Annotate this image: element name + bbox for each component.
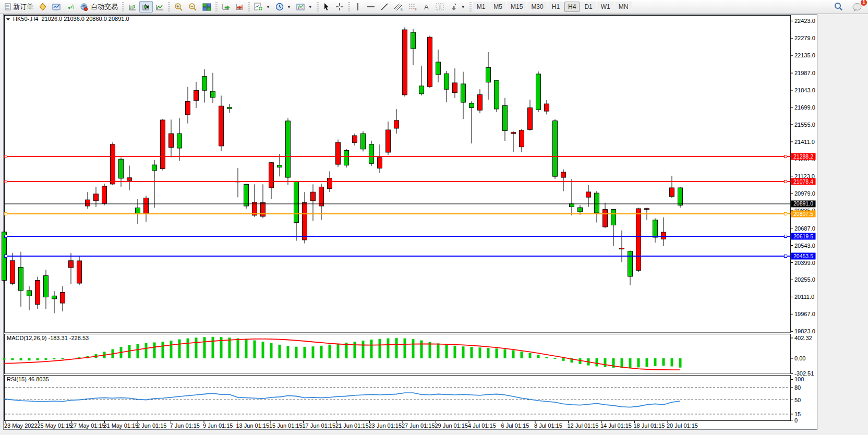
svg-text:100: 100	[794, 376, 804, 382]
arrows-button[interactable]: ▼	[447, 1, 468, 13]
svg-text:20111.0: 20111.0	[794, 294, 814, 300]
vertical-line-button[interactable]	[352, 1, 364, 13]
equidistant-channel-button[interactable]: E	[391, 1, 406, 13]
dropdown-arrow-icon: ▼	[461, 5, 465, 9]
svg-text:23 Jun 01:15: 23 Jun 01:15	[369, 422, 402, 429]
candlestick-chart-button[interactable]	[139, 1, 153, 13]
text-button[interactable]: A	[420, 1, 433, 13]
svg-text:50: 50	[794, 397, 801, 403]
timeframe-button-mn[interactable]: MN	[615, 2, 632, 12]
svg-text:0: 0	[794, 417, 798, 424]
text-label-button[interactable]: T	[433, 1, 447, 13]
svg-text:31 May 01:15: 31 May 01:15	[104, 422, 139, 429]
timeframe-button-w1[interactable]: W1	[597, 2, 614, 12]
zoom-out-button[interactable]	[186, 1, 200, 13]
svg-text:20807.5: 20807.5	[793, 211, 813, 217]
signals-button[interactable]	[64, 1, 77, 13]
fibonacci-button[interactable]: F	[406, 1, 420, 13]
svg-text:21843.0: 21843.0	[794, 87, 815, 93]
svg-text:19967.0: 19967.0	[794, 311, 815, 317]
svg-text:7 Jun 01:15: 7 Jun 01:15	[170, 422, 200, 429]
svg-text:20399.0: 20399.0	[794, 260, 815, 266]
arrows-icon	[450, 3, 458, 11]
svg-text:RSI(15) 46.8035: RSI(15) 46.8035	[7, 376, 49, 382]
auto-scroll-icon	[222, 3, 230, 11]
auto-trading-icon	[80, 3, 89, 11]
chart-shift-button[interactable]	[233, 1, 246, 13]
tile-windows-button[interactable]	[200, 1, 214, 13]
svg-text:20687.0: 20687.0	[794, 225, 815, 232]
timeframe-button-m1[interactable]: M1	[473, 2, 489, 12]
time-axis: 23 May 202225 May 01:1527 May 01:1531 Ma…	[4, 421, 698, 429]
timeframe-button-m30[interactable]: M30	[527, 2, 547, 12]
timeframe-button-h1[interactable]: H1	[548, 2, 563, 12]
timeframe-button-d1[interactable]: D1	[581, 2, 596, 12]
chart-title: HK50-,H4 21026.0 21036.0 20860.0 20891.0	[6, 16, 129, 22]
auto-trading-button[interactable]: 自动交易	[77, 1, 120, 13]
templates-button[interactable]: ▼	[294, 1, 315, 13]
svg-text:20979.0: 20979.0	[794, 190, 815, 197]
line-chart-button[interactable]	[153, 1, 166, 13]
svg-text:8 Jul 01:15: 8 Jul 01:15	[534, 422, 562, 429]
svg-text:20543.0: 20543.0	[794, 243, 815, 249]
svg-text:T: T	[438, 4, 442, 10]
new-order-button[interactable]: 新订单	[2, 1, 36, 13]
svg-text:4 Jul 01:15: 4 Jul 01:15	[468, 422, 496, 429]
line-chart-icon	[155, 3, 164, 11]
trendline-icon	[380, 3, 389, 11]
periods-button[interactable]: ▼	[273, 1, 294, 13]
crosshair-button[interactable]	[333, 1, 346, 13]
svg-text:29 Jun 01:15: 29 Jun 01:15	[435, 422, 468, 429]
svg-text:25 May 01:15: 25 May 01:15	[38, 422, 73, 429]
dropdown-arrow-icon: ▼	[266, 5, 270, 9]
toolbar-grip	[248, 2, 250, 11]
svg-text:402.32: 402.32	[794, 335, 812, 341]
vertical-line-icon	[355, 3, 360, 11]
svg-text:27 May 01:15: 27 May 01:15	[70, 422, 105, 429]
svg-text:21288.2: 21288.2	[793, 153, 813, 160]
equidistant-channel-icon: E	[394, 3, 403, 11]
svg-text:17 Jun 01:15: 17 Jun 01:15	[303, 422, 336, 429]
horizontal-line-button[interactable]	[364, 1, 378, 13]
svg-text:20255.0: 20255.0	[794, 276, 815, 283]
chat-button[interactable]: 1	[850, 1, 865, 13]
timeframe-button-m5[interactable]: M5	[490, 2, 506, 12]
add-indicator-button[interactable]: ▼	[251, 1, 273, 13]
auto-scroll-button[interactable]	[219, 1, 233, 13]
svg-text:F: F	[415, 7, 417, 11]
cursor-button[interactable]	[320, 1, 333, 13]
new-order-label: 新订单	[13, 2, 33, 11]
zoom-in-button[interactable]	[172, 1, 186, 13]
svg-text:12 Jul 01:15: 12 Jul 01:15	[568, 422, 599, 429]
svg-text:20619.5: 20619.5	[793, 233, 813, 239]
tile-windows-icon	[202, 3, 211, 11]
svg-text:21 Jun 01:15: 21 Jun 01:15	[335, 422, 369, 429]
toolbar-grip	[469, 2, 472, 11]
svg-text:19823.0: 19823.0	[794, 328, 815, 334]
bar-chart-button[interactable]	[126, 1, 139, 13]
multichart-button[interactable]	[50, 1, 64, 13]
toolbar-grip	[215, 2, 218, 11]
timeframe-button-m15[interactable]: M15	[507, 2, 526, 12]
zoom-in-icon	[174, 3, 183, 11]
svg-text:14 Jul 01:15: 14 Jul 01:15	[600, 422, 632, 429]
svg-text:HK50-,H4 21026.0 21036.0 2086: HK50-,H4 21026.0 21036.0 20860.0 20891.0	[13, 16, 129, 22]
toolbar-grip	[348, 2, 350, 11]
svg-text:15: 15	[794, 411, 801, 417]
search-button[interactable]	[831, 1, 846, 13]
clock-icon	[275, 3, 284, 11]
auto-trading-label: 自动交易	[91, 2, 118, 11]
svg-text:2 Jun 01:15: 2 Jun 01:15	[137, 422, 167, 429]
trendline-button[interactable]	[378, 1, 391, 13]
svg-text:21555.0: 21555.0	[794, 122, 815, 128]
svg-text:21411.0: 21411.0	[794, 139, 815, 145]
cursor-icon	[323, 3, 330, 11]
add-indicator-icon	[254, 3, 263, 11]
crosshair-icon	[335, 3, 344, 11]
candlestick-chart-icon	[142, 3, 150, 11]
svg-text:22135.0: 22135.0	[794, 52, 815, 58]
svg-text:9 Jun 01:15: 9 Jun 01:15	[203, 422, 233, 429]
timeframe-button-h4[interactable]: H4	[564, 2, 580, 12]
toolbar-grip	[317, 2, 319, 11]
market-button[interactable]	[36, 1, 50, 13]
